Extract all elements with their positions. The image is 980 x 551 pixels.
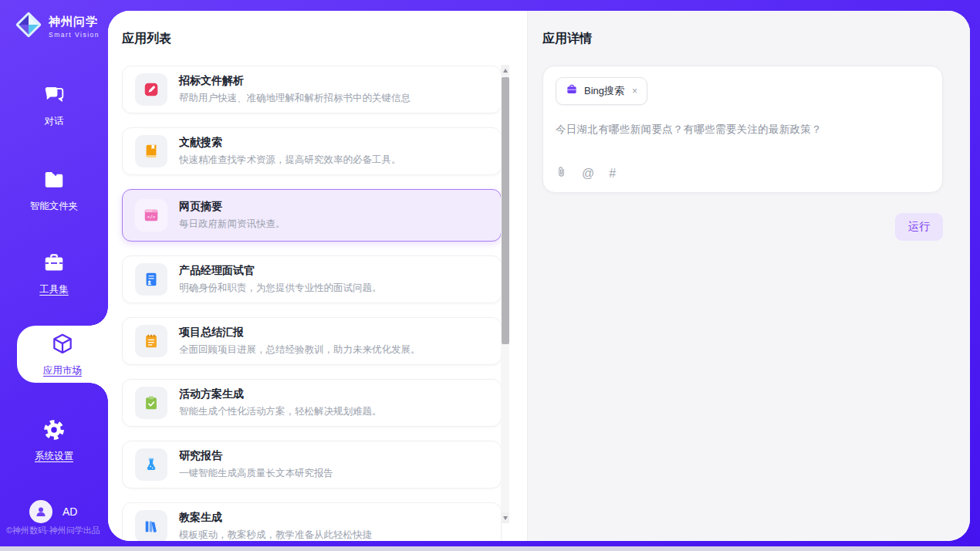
scrollbar-down-arrow[interactable] <box>501 512 509 523</box>
app-card-description: 每日政府新闻资讯快查。 <box>179 218 286 231</box>
app-card-name: 研究报告 <box>179 449 333 463</box>
main-container: 应用列表 招标文件解析 帮助用户快速、准确地理解和解析招标书中的关键信息 <box>108 11 970 541</box>
app-card-list: 招标文件解析 帮助用户快速、准确地理解和解析招标书中的关键信息 文献搜索 快速精… <box>122 66 502 541</box>
app-card-bid-document-parse[interactable]: 招标文件解析 帮助用户快速、准确地理解和解析招标书中的关键信息 <box>122 66 502 113</box>
app-card-name: 活动方案生成 <box>179 387 382 401</box>
briefcase-icon <box>566 83 578 99</box>
clipboard-check-icon <box>135 387 167 419</box>
app-list-title: 应用列表 <box>122 31 527 47</box>
run-button[interactable]: 运行 <box>895 213 943 241</box>
sidebar-item-app-market[interactable]: 应用市场 <box>17 326 108 383</box>
sidebar-item-label: 工具集 <box>39 283 69 296</box>
document-edit-icon <box>135 73 167 106</box>
app-detail-title: 应用详情 <box>542 31 943 47</box>
brand-diamond-icon <box>14 10 43 42</box>
chip-close-icon[interactable]: × <box>632 86 637 96</box>
tool-chip-bing-search[interactable]: Bing搜索 × <box>556 77 647 105</box>
book-icon <box>135 135 167 167</box>
app-card-name: 招标文件解析 <box>179 74 411 88</box>
sidebar-item-settings[interactable]: 系统设置 <box>0 418 108 463</box>
app-card-description: 全面回顾项目进展，总结经验教训，助力未来优化发展。 <box>179 343 421 357</box>
browser-code-icon: </> <box>135 199 167 232</box>
prompt-editor-card[interactable]: Bing搜索 × 今日湖北有哪些新闻要点？有哪些需要关注的最新政策？ @ # <box>542 66 943 193</box>
app-card-name: 产品经理面试官 <box>179 264 382 278</box>
window-bottom-edge <box>0 546 980 551</box>
app-card-description: 明确身份和职责，为您提供专业性的面试问题。 <box>179 282 382 295</box>
app-card-project-summary[interactable]: 项目总结汇报 全面回顾项目进展，总结经验教训，助力未来优化发展。 <box>122 317 502 365</box>
input-toolbar: @ # <box>556 165 616 181</box>
app-card-event-plan[interactable]: 活动方案生成 智能生成个性化活动方案，轻松解决规划难题。 <box>122 379 502 427</box>
app-card-name: 文献搜索 <box>179 136 401 150</box>
mention-icon[interactable]: @ <box>582 167 594 181</box>
attachment-icon[interactable] <box>556 165 567 181</box>
app-card-description: 帮助用户快速、准确地理解和解析招标书中的关键信息 <box>179 92 411 105</box>
sidebar-item-label: 应用市场 <box>43 364 82 377</box>
app-card-description: 一键智能生成高质量长文本研究报告 <box>179 467 333 480</box>
app-card-description: 智能生成个性化活动方案，轻松解决规划难题。 <box>179 405 382 418</box>
app-card-name: 网页摘要 <box>179 200 286 214</box>
sidebar-item-label: 对话 <box>45 115 64 128</box>
gear-icon <box>42 418 66 445</box>
hash-icon[interactable]: # <box>609 167 616 181</box>
notepad-icon <box>135 325 167 357</box>
interview-icon <box>135 263 167 296</box>
tool-chip-label: Bing搜索 <box>584 84 624 98</box>
research-icon <box>135 448 167 481</box>
run-row: 运行 <box>542 213 943 241</box>
brand-subtitle: Smart Vision <box>49 31 100 39</box>
sidebar-item-label: 智能文件夹 <box>30 200 79 213</box>
app-card-name: 教案生成 <box>179 511 372 525</box>
sidebar-item-label: 系统设置 <box>35 450 73 463</box>
app-card-description: 模板驱动，教案秒成，教学准备从此轻松快捷 <box>179 529 372 541</box>
query-text-input[interactable]: 今日湖北有哪些新闻要点？有哪些需要关注的最新政策？ <box>556 123 930 137</box>
brand-name: 神州问学 <box>49 15 100 29</box>
app-card-literature-search[interactable]: 文献搜索 快速精准查找学术资源，提高研究效率的必备工具。 <box>122 127 502 175</box>
copyright-footer: ©神州数码·神州问学出品 <box>6 525 100 536</box>
sidebar-item-toolset[interactable]: 工具集 <box>0 252 108 296</box>
brand-logo: 神州问学 Smart Vision <box>14 10 100 42</box>
scrollbar-thumb[interactable] <box>502 77 509 344</box>
app-card-web-summary[interactable]: </> 网页摘要 每日政府新闻资讯快查。 <box>122 189 502 242</box>
user-account[interactable]: AD <box>29 500 77 523</box>
sidebar: 神州问学 Smart Vision 对话 智能文件夹 <box>0 0 108 546</box>
app-card-pm-interviewer[interactable]: 产品经理面试官 明确身份和职责，为您提供专业性的面试问题。 <box>122 255 502 303</box>
chat-icon <box>42 83 66 110</box>
app-card-research-report[interactable]: 研究报告 一键智能生成高质量长文本研究报告 <box>122 441 502 488</box>
sidebar-item-chat[interactable]: 对话 <box>0 83 108 128</box>
app-card-name: 项目总结汇报 <box>179 326 421 340</box>
books-icon <box>135 510 167 541</box>
folder-icon <box>42 168 66 194</box>
user-initials: AD <box>63 505 77 518</box>
cube-icon <box>50 332 75 360</box>
app-card-description: 快速精准查找学术资源，提高研究效率的必备工具。 <box>179 154 401 167</box>
avatar <box>29 500 52 523</box>
app-detail-panel: 应用详情 Bing搜索 × 今日湖北有哪些新闻要点？有哪些需要关注的最新政策？ <box>527 11 970 541</box>
app-list-scrollbar[interactable] <box>501 65 509 523</box>
toolbox-icon <box>42 252 66 278</box>
svg-text:</>: </> <box>147 214 156 219</box>
app-list-panel: 应用列表 招标文件解析 帮助用户快速、准确地理解和解析招标书中的关键信息 <box>108 11 527 541</box>
scrollbar-up-arrow[interactable] <box>501 65 509 76</box>
sidebar-item-smart-folder[interactable]: 智能文件夹 <box>0 168 108 213</box>
app-card-lesson-plan[interactable]: 教案生成 模板驱动，教案秒成，教学准备从此轻松快捷 <box>122 502 502 541</box>
